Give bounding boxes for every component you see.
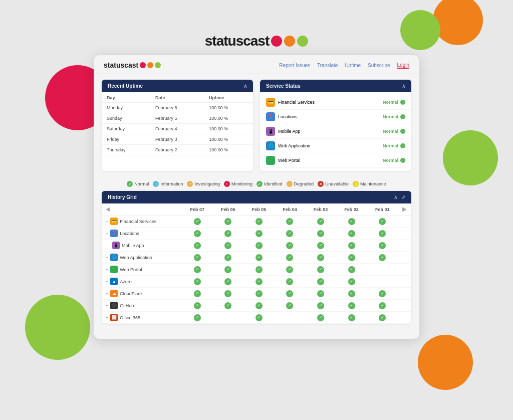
history-check-cell: ✓: [305, 252, 336, 264]
service-name: Mobile App: [278, 129, 301, 134]
check-icon: ✓: [317, 266, 324, 273]
legend-item: ✓ Identified: [256, 181, 283, 187]
history-col-date: Feb 06: [213, 203, 244, 216]
history-extra-cell: [398, 264, 411, 276]
history-expand-icon[interactable]: ⤢: [401, 194, 405, 200]
two-column-section: Recent Uptime ∧ Day Date Uptime Monday F…: [94, 74, 419, 177]
legend-item: i Information: [153, 181, 183, 187]
check-icon: ✓: [348, 254, 355, 261]
service-row-icon: 🌐: [110, 254, 118, 261]
uptime-date: February 3: [150, 134, 204, 145]
check-icon: ✓: [255, 314, 263, 321]
service-status-text: Normal: [383, 129, 398, 134]
check-icon: ✓: [255, 278, 263, 285]
service-left: 🌐 Web Application: [266, 141, 310, 150]
check-icon: ✓: [224, 278, 231, 285]
check-icon: ✓: [348, 266, 355, 273]
brand-dot-orange: [284, 36, 295, 47]
history-check-cell: ✓: [305, 264, 336, 276]
legend: ✓ Normali Information? Investigating! Mo…: [94, 177, 419, 191]
history-check-cell: ✓: [243, 300, 275, 312]
history-check-cell: ✓: [213, 264, 244, 276]
history-extra-cell: [398, 288, 411, 300]
nav-uptime[interactable]: Uptime: [345, 63, 361, 68]
nav-report-issues[interactable]: Report Issues: [279, 63, 310, 68]
legend-label: Information: [160, 181, 183, 186]
check-icon: ✓: [379, 314, 386, 321]
expand-row-btn[interactable]: +: [106, 303, 108, 308]
history-service-cell: 📱 Mobile App: [102, 240, 182, 252]
uptime-collapse-icon[interactable]: ∧: [243, 83, 247, 89]
service-status: Normal: [383, 114, 405, 119]
uptime-row: Monday February 6 100.00 %: [102, 103, 253, 113]
top-brand: statuscast: [0, 24, 513, 54]
nav-subscribe[interactable]: Subscribe: [368, 63, 390, 68]
nav-arrow-right[interactable]: ▶: [402, 206, 406, 212]
check-icon: ✓: [224, 266, 231, 273]
history-check-cell: ✓: [367, 228, 398, 240]
card-logo-text: statuscast: [104, 61, 138, 69]
history-check-cell: ✓: [305, 276, 336, 288]
history-extra-cell: [398, 228, 411, 240]
uptime-day: Monday: [102, 103, 150, 113]
history-check-cell: ✓: [367, 300, 398, 312]
check-icon: ✓: [317, 218, 324, 225]
expand-row-btn[interactable]: +: [106, 267, 108, 272]
legend-label: Maintenance: [360, 181, 386, 186]
nav-translate[interactable]: Translate: [317, 63, 338, 68]
history-collapse-icon[interactable]: ∧: [394, 194, 397, 200]
nav-login[interactable]: Login: [397, 62, 409, 69]
history-extra-cell: [398, 300, 411, 312]
service-status-panel: Service Status ∧ 💳 Financial Services No…: [260, 80, 411, 171]
service-row-name: Mobile App: [122, 243, 144, 248]
history-row: + ☁ CloudFlare ✓✓✓✓✓✓✓: [102, 288, 411, 300]
service-collapse-icon[interactable]: ∧: [402, 83, 405, 89]
status-dot: [400, 114, 405, 119]
row-service: 📱 Mobile App: [106, 242, 180, 249]
expand-row-btn[interactable]: +: [106, 291, 108, 296]
legend-icon: i: [153, 181, 159, 187]
history-check-cell: ✓: [182, 252, 213, 264]
history-check-cell: ✓: [336, 300, 367, 312]
legend-item: ✕ Unavailable: [318, 181, 349, 187]
history-check-cell: ✓: [243, 288, 275, 300]
check-icon: ✓: [286, 218, 293, 225]
decorative-circle-green-right: [443, 130, 498, 185]
check-icon: ✓: [317, 290, 324, 297]
service-row-name: Azure: [120, 279, 132, 284]
expand-row-btn[interactable]: +: [106, 231, 108, 236]
uptime-row: Sunday February 5 100.00 %: [102, 113, 253, 124]
check-icon: ✓: [194, 218, 201, 225]
service-icon: 📱: [266, 127, 275, 136]
check-icon: ✓: [348, 278, 355, 285]
uptime-row: Saturday February 4 100.00 %: [102, 124, 253, 134]
brand-name: statuscast: [205, 33, 270, 49]
history-table: ◀ Feb 07Feb 06Feb 05Feb 04Feb 03Feb 02Fe…: [102, 203, 411, 324]
check-icon: ✓: [317, 254, 324, 261]
nav-arrow-left[interactable]: ◀: [106, 206, 110, 212]
history-service-cell: + 🌿 Web Portal: [102, 264, 182, 276]
history-check-cell: ✓: [305, 240, 336, 252]
legend-icon: ✓: [127, 181, 133, 187]
history-check-cell: ✓: [275, 228, 306, 240]
expand-row-btn[interactable]: +: [106, 255, 108, 260]
expand-row-btn[interactable]: +: [106, 315, 108, 320]
expand-row-btn[interactable]: +: [106, 279, 108, 284]
check-icon: ✓: [348, 230, 355, 237]
history-check-cell: ✓: [243, 264, 275, 276]
uptime-date: February 5: [150, 113, 204, 124]
legend-label: Identified: [264, 181, 283, 186]
check-icon: ✓: [194, 230, 201, 237]
check-icon: ✓: [348, 290, 355, 297]
uptime-panel-header: Recent Uptime ∧: [102, 80, 253, 92]
history-check-cell: ✓: [336, 276, 367, 288]
service-icon: 📍: [266, 112, 275, 121]
service-icon: 🌿: [266, 156, 275, 165]
check-icon: ✓: [224, 230, 231, 237]
decorative-circle-green-bottom: [25, 295, 90, 360]
uptime-col-uptime: Uptime: [204, 92, 253, 103]
expand-row-btn[interactable]: +: [106, 219, 108, 224]
legend-label: Unavailable: [325, 181, 349, 186]
service-row-name: Locations: [120, 231, 139, 236]
check-icon: ✓: [255, 230, 263, 237]
